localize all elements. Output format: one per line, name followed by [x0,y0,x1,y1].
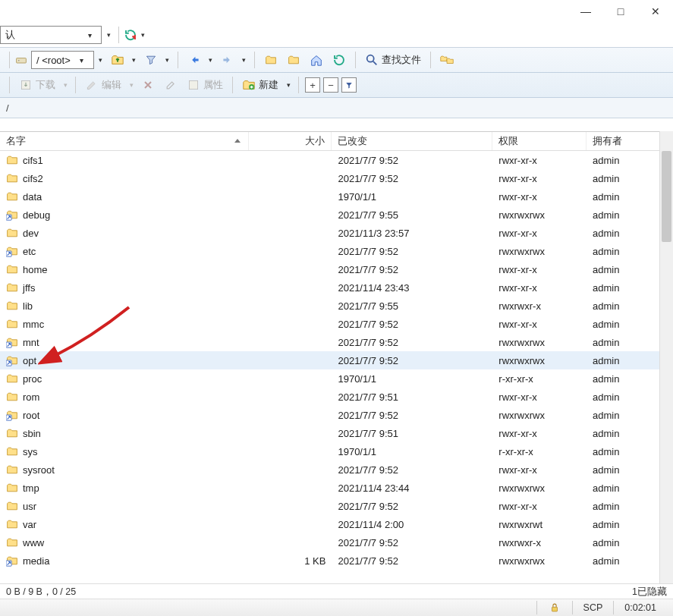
plus-button[interactable]: + [305,77,320,93]
rename-button[interactable] [160,76,181,94]
path-dropdown-extra[interactable]: ▾ [96,56,106,64]
session-combo[interactable]: 认 ▾ [0,26,102,44]
file-name: sbin [23,428,41,439]
file-row[interactable]: mnt2021/7/7 9:52rwxrwxrwxadmin [0,333,673,351]
maximize-button[interactable]: □ [603,0,638,23]
file-permissions: rwxrwxr-x [492,300,587,312]
file-row[interactable]: dev2021/11/3 23:57rwxr-xr-xadmin [0,224,673,242]
status-hidden: 1已隐藏 [632,586,667,599]
file-row[interactable]: data1970/1/1rwxr-xr-xadmin [0,187,673,206]
folder-icon [6,518,18,530]
file-date: 2021/7/7 9:52 [332,464,492,476]
file-permissions: rwxr-xr-x [492,464,587,476]
file-row[interactable]: debug2021/7/7 9:55rwxrwxrwxadmin [0,206,673,224]
file-row[interactable]: proc1970/1/1r-xr-xr-xadmin [0,369,673,388]
file-row[interactable]: tmp2021/11/4 23:44rwxrwxrwxadmin [0,479,673,497]
file-permissions: rwxrwxrwx [492,555,587,567]
column-header-changed[interactable]: 已改变 [332,132,492,150]
up-dropdown[interactable]: ▾ [129,56,140,64]
rename-icon [164,78,178,92]
up-folder-button[interactable] [107,51,128,69]
breadcrumb[interactable]: / [0,97,673,118]
new-dropdown[interactable]: ▾ [283,81,294,89]
forward-dropdown[interactable]: ▾ [239,56,250,64]
refresh-button[interactable] [329,51,350,69]
minimize-button[interactable]: — [568,0,603,23]
bookmark2-button[interactable] [283,51,304,69]
file-row[interactable]: etc2021/7/7 9:52rwxrwxrwxadmin [0,242,673,260]
download-button[interactable]: 下载 [15,76,59,94]
folder-icon [6,500,18,512]
file-row[interactable]: www2021/7/7 9:52rwxrwxr-xadmin [0,533,673,552]
scrollbar[interactable] [659,131,673,584]
column-header-permissions[interactable]: 权限 [492,132,587,150]
new-button[interactable]: 新建 [238,76,282,94]
new-label: 新建 [259,78,278,92]
column-header-name[interactable]: 名字 [0,132,249,150]
bookmark1-button[interactable] [260,51,281,69]
back-button[interactable] [184,51,205,69]
edit-dropdown[interactable]: ▾ [126,81,137,89]
properties-button[interactable]: 属性 [183,76,227,94]
folder-icon [6,263,18,275]
home-button[interactable] [306,51,327,69]
filter-dropdown[interactable]: ▾ [162,56,173,64]
file-row[interactable]: home2021/7/7 9:52rwxr-xr-xadmin [0,260,673,278]
separator [118,27,119,43]
filter-button[interactable] [140,51,162,69]
folder-link-icon [6,354,18,366]
close-button[interactable]: ✕ [638,0,673,23]
folder-link-icon [6,336,18,348]
file-row[interactable]: var2021/11/4 2:00rwxrwxrwtadmin [0,515,673,533]
find-files-button[interactable]: 查找文件 [361,51,425,69]
folder-link-icon [6,209,18,221]
file-list[interactable]: cifs12021/7/7 9:52rwxr-xr-xadmincifs2202… [0,151,673,584]
file-permissions: rwxr-xr-x [492,228,587,239]
back-dropdown[interactable]: ▾ [206,56,216,64]
drive-icon[interactable] [14,53,28,67]
select-mask-button[interactable] [341,77,357,93]
file-row[interactable]: usr2021/7/7 9:52rwxr-xr-xadmin [0,497,673,515]
file-row[interactable]: lib2021/7/7 9:55rwxrwxr-xadmin [0,297,673,315]
file-date: 2021/7/7 9:52 [332,555,492,567]
file-row[interactable]: sbin2021/7/7 9:51rwxr-xr-xadmin [0,424,673,442]
file-permissions: rwxrwxrwx [492,355,587,366]
session-dropdown-extra[interactable]: ▾ [103,31,114,39]
folder-icon [6,281,18,294]
file-row[interactable]: cifs22021/7/7 9:52rwxr-xr-xadmin [0,169,673,187]
status-lock[interactable] [536,601,572,614]
file-name: mmc [23,319,44,330]
arrow-left-icon [187,53,201,67]
file-row[interactable]: sys1970/1/1r-xr-xr-xadmin [0,442,673,460]
path-combo[interactable]: / <root> ▾ [31,51,94,69]
file-row[interactable]: jffs2021/11/4 23:43rwxr-xr-xadmin [0,278,673,297]
file-row[interactable]: media1 KB2021/7/7 9:52rwxrwxrwxadmin [0,552,673,570]
refresh-dropdown[interactable]: ▾ [137,31,148,39]
delete-button[interactable] [137,76,159,94]
svg-rect-0 [17,58,27,63]
file-permissions: rwxrwxrwt [492,519,587,530]
column-header-size[interactable]: 大小 [249,132,331,150]
file-name: opt [23,355,36,366]
separator [298,77,299,93]
lock-icon [548,601,561,614]
folder-icon [264,53,278,67]
forward-button[interactable] [217,51,238,69]
refresh-icon[interactable] [124,28,137,42]
chevron-down-icon: ▾ [75,56,89,64]
file-row[interactable]: opt2021/7/7 9:52rwxrwxrwxadmin [0,351,673,369]
file-row[interactable]: sysroot2021/7/7 9:52rwxr-xr-xadmin [0,460,673,479]
file-permissions: rwxrwxrwx [492,209,587,221]
file-row[interactable]: cifs12021/7/7 9:52rwxr-xr-xadmin [0,151,673,169]
file-row[interactable]: root2021/7/7 9:52rwxrwxrwxadmin [0,406,673,424]
download-dropdown[interactable]: ▾ [60,81,71,89]
file-row[interactable]: rom2021/7/7 9:51rwxr-xr-xadmin [0,388,673,406]
file-name: debug [23,209,50,221]
file-name: tmp [23,482,39,494]
new-folder-icon [242,78,256,92]
scrollbar-thumb[interactable] [662,151,671,242]
edit-button[interactable]: 编辑 [81,76,125,94]
sync-button[interactable] [436,51,458,69]
file-row[interactable]: mmc2021/7/7 9:52rwxr-xr-xadmin [0,315,673,333]
minus-button[interactable]: − [323,77,338,93]
